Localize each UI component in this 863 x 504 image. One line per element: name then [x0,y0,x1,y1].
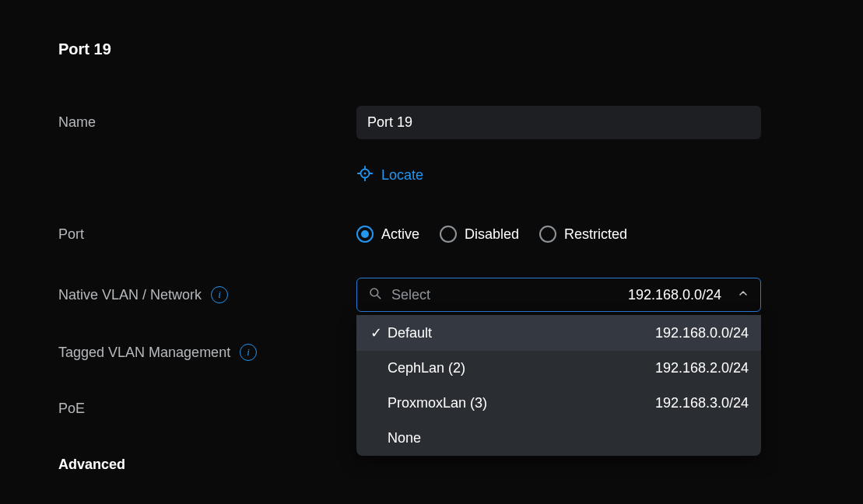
native-vlan-option-label: Default [384,325,655,341]
native-vlan-value: 192.168.0.0/24 [628,287,721,303]
native-vlan-option-value: 192.168.3.0/24 [655,395,749,411]
native-vlan-option[interactable]: None [356,421,761,456]
name-input[interactable] [356,106,761,139]
port-status-radio-group: Active Disabled Restricted [356,226,761,243]
port-label: Port [58,226,356,243]
port-status-disabled-label: Disabled [465,226,519,243]
native-vlan-dropdown: ✓ Default 192.168.0.0/24 CephLan (2) 192… [356,315,761,456]
locate-button[interactable]: Locate [356,165,423,186]
native-vlan-option-value: 192.168.2.0/24 [655,360,749,376]
native-vlan-select[interactable]: Select 192.168.0.0/24 [356,278,761,312]
page-title: Port 19 [58,40,805,58]
advanced-label: Advanced [58,457,356,473]
tagged-vlan-label: Tagged VLAN Management [58,345,230,361]
svg-point-1 [364,172,367,174]
search-icon [368,286,382,303]
svg-point-6 [370,289,378,296]
native-vlan-option-label: ProxmoxLan (3) [384,395,655,411]
native-vlan-option[interactable]: CephLan (2) 192.168.2.0/24 [356,351,761,386]
native-vlan-option[interactable]: ProxmoxLan (3) 192.168.3.0/24 [356,386,761,421]
info-icon[interactable]: i [211,286,228,303]
chevron-up-icon [737,287,749,303]
poe-label: PoE [58,401,356,417]
native-vlan-option-label: None [384,430,749,446]
svg-line-7 [377,296,381,299]
port-status-disabled-radio[interactable]: Disabled [440,226,519,243]
native-vlan-label: Native VLAN / Network [58,287,202,303]
info-icon[interactable]: i [240,344,257,361]
native-vlan-placeholder: Select [391,287,619,303]
port-status-restricted-label: Restricted [564,226,627,243]
check-icon: ✓ [367,324,384,341]
native-vlan-option-label: CephLan (2) [384,360,655,376]
port-status-active-label: Active [381,226,419,243]
name-label: Name [58,114,356,131]
locate-label: Locate [381,167,423,184]
port-status-restricted-radio[interactable]: Restricted [539,226,627,243]
port-status-active-radio[interactable]: Active [356,226,419,243]
native-vlan-option[interactable]: ✓ Default 192.168.0.0/24 [356,315,761,351]
locate-icon [356,165,374,186]
native-vlan-option-value: 192.168.0.0/24 [655,325,749,341]
